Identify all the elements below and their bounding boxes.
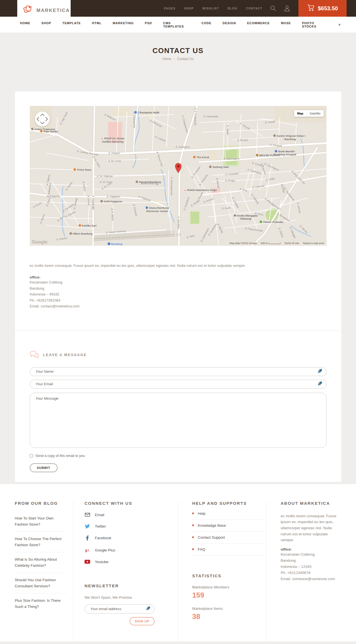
email-field-wrap bbox=[30, 380, 327, 389]
blog-link-plus-size-fashion-is-there-s[interactable]: Plus Size Fashion: Is There Such a Thing… bbox=[15, 593, 67, 614]
chevron-double-down-icon[interactable]: » bbox=[338, 24, 342, 26]
map-label-cihampelas-walk: Cihampelas Walk bbox=[134, 111, 159, 114]
pan-right-icon[interactable] bbox=[43, 117, 48, 121]
top-header: MARKETICA PAGESSHOPWISHLISTBLOGCONTACT bbox=[0, 0, 356, 17]
social-link-facebook[interactable]: Facebook bbox=[85, 536, 178, 541]
office-address: Kecamatan CoblongBandung.Indonesia – 491… bbox=[30, 279, 327, 309]
map-marker-pin[interactable] bbox=[175, 163, 182, 174]
terms-of-use-link[interactable]: Terms of Use bbox=[284, 242, 299, 245]
map-label-jl-dr-curie: Jl. Dr. Curie bbox=[108, 160, 121, 162]
social-link-youtube[interactable]: Youtube bbox=[85, 560, 178, 564]
pan-down-icon[interactable] bbox=[40, 120, 44, 125]
footer-help-column: HELP AND SUPPORTS HelpKnowladge BaseCont… bbox=[178, 501, 266, 641]
subnav-item-home[interactable]: HOME bbox=[20, 21, 30, 28]
category-nav-items: HOMESHOPTEMPLATEHTMLMARKETINGPSDCMS TEMP… bbox=[20, 21, 328, 28]
blog-link-what-is-so-alluring-about-ce[interactable]: What is So Alluring About Celebrity Fash… bbox=[15, 552, 67, 573]
subnav-item-code[interactable]: CODE bbox=[201, 21, 211, 28]
topnav-item-shop[interactable]: SHOP bbox=[184, 7, 194, 10]
about-address: Kecamatan CoblongBandung.Indonesia – 123… bbox=[281, 551, 338, 582]
topnav-item-pages[interactable]: PAGES bbox=[164, 7, 175, 10]
map-label-jl-ir-h-djuanda: Jl. Ir. H.Djuanda bbox=[194, 108, 197, 125]
land-map-icon bbox=[273, 135, 276, 137]
form-heading: LEAVE A MESSAGE bbox=[30, 351, 327, 359]
copyright-bar: COPYRIGHT © 2015 TOKOPRESS PRIVACY POLIC… bbox=[0, 641, 356, 644]
help-link-contact-support[interactable]: Contact Support bbox=[192, 532, 266, 544]
map-label-novotel-bandung: Novotel Bandung bbox=[136, 180, 161, 183]
name-input[interactable] bbox=[30, 367, 327, 376]
marketica-tag-icon bbox=[23, 4, 33, 17]
social-link-email[interactable]: Email bbox=[85, 513, 178, 517]
subnav-item-template[interactable]: TEMPLATE bbox=[62, 21, 81, 28]
signup-button[interactable]: SIGN UP bbox=[130, 617, 155, 625]
map-button[interactable]: Map bbox=[294, 110, 306, 117]
subnav-item-photo-stocks[interactable]: PHOTO STOCKS bbox=[302, 21, 328, 28]
subnav-item-cms-templates[interactable]: CMS TEMPLATES bbox=[163, 21, 190, 28]
breadcrumb-home[interactable]: Home bbox=[162, 57, 171, 61]
map-attribution: Map data ©2015 Google 200 m Terms of Use… bbox=[229, 242, 324, 245]
map-label-graha-manggala-siliwangi: Graha Manggala Siliwangi bbox=[228, 214, 263, 220]
hosp-map-icon: H bbox=[184, 189, 186, 192]
address-line: Kecamatan Coblong bbox=[281, 551, 338, 558]
header-nav: PAGESSHOPWISHLISTBLOGCONTACT bbox=[164, 7, 262, 10]
help-link-faq[interactable]: FAQ bbox=[192, 544, 266, 556]
newsletter-email-input[interactable] bbox=[85, 605, 155, 613]
pen-icon bbox=[146, 606, 150, 611]
map-label-jl-cihampelas: Jl. Cihampelas bbox=[133, 112, 136, 128]
square-bullet-icon bbox=[192, 536, 194, 538]
send-copy-checkbox[interactable] bbox=[30, 454, 33, 457]
help-link-knowladge-base[interactable]: Knowladge Base bbox=[192, 520, 266, 532]
pan-left-icon[interactable] bbox=[36, 117, 41, 121]
help-link-help[interactable]: Help bbox=[192, 508, 266, 520]
user-icon[interactable] bbox=[284, 5, 290, 12]
topnav-item-blog[interactable]: BLOG bbox=[228, 7, 237, 10]
topnav-item-wishlist[interactable]: WISHLIST bbox=[202, 7, 219, 10]
stat-value-marketplace-members: 159 bbox=[192, 591, 266, 600]
blog-link-how-to-choose-the-perfect-fa[interactable]: How To Choose The Perfect Fashion Store? bbox=[15, 532, 67, 552]
message-textarea[interactable] bbox=[30, 393, 327, 448]
map-data-text: Map data ©2015 Google bbox=[229, 242, 257, 245]
header-right: PAGESSHOPWISHLISTBLOGCONTACT $653 bbox=[164, 0, 356, 17]
statistics-heading: STATISTICS bbox=[192, 573, 266, 578]
logo-text: MARKETICA bbox=[36, 8, 70, 13]
send-copy-label: Send a copy of this email to you bbox=[36, 454, 85, 458]
map-pan-control[interactable] bbox=[35, 111, 50, 126]
subnav-item-ecommerce[interactable]: ECOMMERCE bbox=[247, 21, 270, 28]
google-map[interactable]: Cihampelas WalkAston TropicanaRaja Sunda… bbox=[30, 106, 327, 246]
map-label-rskb-halmahera-siaga: HRSKB Halmahera Siaga bbox=[184, 188, 217, 192]
footer-connect-column: CONNECT WITH US EmailTwitterFacebookg+Go… bbox=[73, 501, 178, 641]
blog-link-how-to-start-your-own-fashio[interactable]: How To Start Your Own Fashion Store? bbox=[15, 511, 67, 532]
blog-link-should-you-use-fashion-consu[interactable]: Should You Use Fashion Consultant Servic… bbox=[15, 573, 67, 593]
help-list: HelpKnowladge BaseContact SupportFAQ bbox=[192, 508, 266, 556]
map-label-istana-bandung-electronic-center: Istana Bandung Electronic Center bbox=[141, 206, 173, 213]
satellite-button[interactable]: Satellite bbox=[306, 110, 323, 117]
submit-button[interactable]: SUBMIT bbox=[30, 463, 58, 472]
cart-button[interactable]: $653.50 bbox=[298, 0, 347, 17]
logo[interactable]: MARKETICA bbox=[17, 0, 71, 21]
map-label-taman-pramuka: Taman Pramuka bbox=[260, 220, 283, 223]
land-map-icon bbox=[209, 166, 212, 168]
topnav-item-contact[interactable]: CONTACT bbox=[246, 7, 262, 10]
report-map-error-link[interactable]: Report a map error bbox=[303, 242, 324, 245]
social-link-google-plus[interactable]: g+Google Plus bbox=[85, 548, 178, 553]
search-icon[interactable] bbox=[270, 5, 276, 12]
subnav-item-marketing[interactable]: MARKETING bbox=[113, 21, 134, 28]
subnav-item-design[interactable]: DESIGN bbox=[222, 21, 236, 28]
footer-about-column: ABOUT MARKETICA ec mollis lorem consequa… bbox=[266, 501, 341, 641]
contact-card: Cihampelas WalkAston TropicanaRaja Sunda… bbox=[15, 91, 341, 482]
office-label: office: bbox=[30, 275, 327, 279]
pan-up-icon[interactable] bbox=[40, 114, 44, 118]
page: MARKETICA PAGESSHOPWISHLISTBLOGCONTACT bbox=[0, 0, 356, 644]
google-logo: Google bbox=[32, 239, 48, 245]
subnav-item-html[interactable]: HTML bbox=[92, 21, 102, 28]
email-icon bbox=[85, 513, 90, 517]
pen-icon bbox=[318, 381, 322, 387]
email-input[interactable] bbox=[30, 380, 327, 389]
signup-row: SIGN UP bbox=[85, 617, 155, 625]
square-bullet-icon bbox=[192, 524, 194, 526]
subnav-item-shop[interactable]: SHOP bbox=[41, 21, 51, 28]
subnav-item-psd[interactable]: PSD bbox=[145, 21, 152, 28]
subnav-item-muse[interactable]: MUSE bbox=[281, 21, 291, 28]
social-link-twitter[interactable]: Twitter bbox=[85, 524, 178, 528]
address-line: Email. someone@someone.com bbox=[281, 576, 338, 582]
address-line: Bandung. bbox=[281, 558, 338, 564]
